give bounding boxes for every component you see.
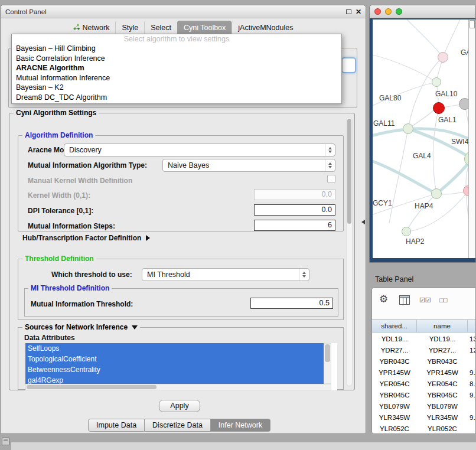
manual-kernel-width-checkbox[interactable] [327,175,335,183]
algorithm-combobox-fragment[interactable] [341,57,356,73]
table-cell: 8. [468,378,476,389]
combo-stepper-icon[interactable] [325,144,335,156]
network-node[interactable] [403,123,413,134]
columns-icon[interactable] [399,295,410,306]
table-cell: 9. [468,389,476,400]
table-cell [468,400,476,412]
tab-select[interactable]: Select [144,21,177,35]
algorithm-option-bayesian-k2[interactable]: Bayesian – K2 [12,83,341,93]
expanded-arrow-icon[interactable] [132,325,138,330]
tab-infer-network[interactable]: Infer Network [211,419,270,432]
panel-corner-icon[interactable] [2,438,9,445]
table-row[interactable]: YBR043CYBR043C [372,356,476,367]
table-cell [468,356,476,367]
tab-network[interactable]: Network [67,21,116,35]
settings-vertical-scrollbar[interactable] [346,117,353,386]
aracne-mode-value: Discovery [64,144,335,156]
scrollbar-thumb[interactable] [347,119,351,224]
network-window-titlebar[interactable] [370,5,475,18]
table-row[interactable]: YDL19...YDL19...13 [372,333,476,344]
network-edge[interactable] [373,160,436,194]
table-body: YDL19...YDL19...13YDR27...YDR27...12YBR0… [372,333,476,434]
hub-transcription-factor-section[interactable]: Hub/Transcription Factor Definition [22,234,150,242]
network-edge[interactable] [443,19,460,57]
column-header-shared[interactable]: shared... [372,320,417,332]
splitter-collapse-icon[interactable] [361,220,365,224]
aracne-mode-select[interactable]: Discovery [64,144,335,156]
network-node[interactable] [433,102,445,114]
minimize-light[interactable] [385,8,392,15]
column-header-2[interactable] [468,320,476,332]
combo-stepper-icon[interactable] [299,269,309,281]
scrollbar-thumb[interactable] [325,344,330,362]
scrollbar-thumb[interactable] [470,20,475,28]
tab-jactivemnodules[interactable]: jActiveMNodules [232,21,299,35]
zoom-light[interactable] [396,8,402,15]
algorithm-option-basic-correlation-inference[interactable]: Basic Correlation Inference [12,54,341,64]
tab-discretize-data[interactable]: Discretize Data [145,419,211,432]
mi-threshold-field[interactable]: 0.5 [250,298,333,309]
apply-button[interactable]: Apply [159,400,200,412]
table-row[interactable]: YLR345WYLR345W9. [372,412,476,423]
table-row[interactable]: YPR145WYPR145W9. [372,367,476,378]
attribute-item-selfloops[interactable]: SelfLoops [25,343,324,354]
table-row[interactable]: YBL079WYBL079W [372,400,476,412]
which-threshold-select[interactable]: MI Threshold [142,268,309,281]
network-node[interactable] [438,52,448,63]
table-row[interactable]: YLR052CYLR052C [372,423,476,434]
algorithm-option-dream8-dc-tdc-algorithm[interactable]: Dream8 DC_TDC Algorithm [12,93,341,103]
mi-steps-field[interactable]: 6 [254,220,335,231]
network-node[interactable] [432,77,441,87]
algorithm-option-bayesian-hill-climbing[interactable]: Bayesian – Hill Climbing [12,44,341,54]
mi-algorithm-type-value: Naive Bayes [163,159,335,171]
network-edge[interactable] [406,194,436,231]
attribute-item-betweennesscentrality[interactable]: BetweennessCentrality [25,364,324,375]
mi-algorithm-type-label: Mutual Information Algorithm Type: [28,161,147,169]
table-cell: 9. [468,367,476,378]
kernel-width-field[interactable]: 0.0 [254,189,335,200]
float-window-icon[interactable] [346,9,351,14]
network-node[interactable] [402,227,411,236]
table-row[interactable]: YER054CYER054C8. [372,378,476,389]
node-label-gal10: GAL10 [435,90,457,98]
network-canvas[interactable]: GALGAL80GAL10GAL11GAL1SWI4GAL4GCY1HAP4HA… [373,19,468,258]
tab-cyni-toolbox[interactable]: Cyni Toolbox [177,21,232,35]
network-node[interactable] [431,188,442,199]
combo-stepper-icon[interactable] [325,159,335,171]
algorithm-option-aracne-algorithm[interactable]: ARACNE Algorithm [12,63,341,73]
dpi-tolerance-field[interactable]: 0.0 [254,204,335,216]
network-edge[interactable] [407,19,443,57]
close-icon[interactable]: ✕ [356,7,361,17]
column-header-name[interactable]: name [417,320,468,332]
scrollbar-thumb[interactable] [27,385,157,389]
table-cell: YBR045C [417,389,468,400]
collapsed-arrow-icon[interactable] [146,235,150,241]
control-panel-window: Control Panel ✕ NetworkStyleSelectCyni T… [0,5,366,434]
control-panel-titlebar[interactable]: Control Panel ✕ [1,5,366,18]
sources-section-header[interactable]: Sources for Network Inference [22,323,140,331]
data-attributes-label: Data Attributes [24,334,75,342]
table-row[interactable]: YBR045CYBR045C9. [372,389,476,400]
tab-style[interactable]: Style [115,21,144,35]
table-cell: YER054C [417,378,468,389]
select-all-columns-icon[interactable]: ☑☑ [419,296,431,304]
network-vertical-scrollbar[interactable] [468,19,475,258]
threshold-definition-group: Threshold Definition Which threshold to … [18,259,344,320]
mi-threshold-label: Mutual Information Threshold: [31,300,133,308]
tab-impute-data[interactable]: Impute Data [88,419,145,432]
table-row[interactable]: YDR27...YDR27...12 [372,344,476,356]
table-panel-title: Table Panel [375,275,413,283]
algorithm-option-mutual-information-inference[interactable]: Mutual Information Inference [12,73,341,83]
network-icon [73,24,80,32]
mi-algorithm-type-select[interactable]: Naive Bayes [162,159,335,172]
table-cell: YBL079W [372,400,417,412]
network-node[interactable] [459,98,468,110]
deselect-all-columns-icon[interactable]: □□ [439,296,447,304]
attribute-item-topologicalcoefficient[interactable]: TopologicalCoefficient [25,354,324,364]
attributes-vertical-scrollbar[interactable] [324,343,331,384]
mi-threshold-definition-title: MI Threshold Definition [28,284,112,292]
gear-icon[interactable]: ⚙ [379,293,388,305]
close-light[interactable] [374,8,381,15]
attributes-horizontal-scrollbar[interactable] [25,384,331,390]
node-label-gal11: GAL11 [373,119,395,128]
